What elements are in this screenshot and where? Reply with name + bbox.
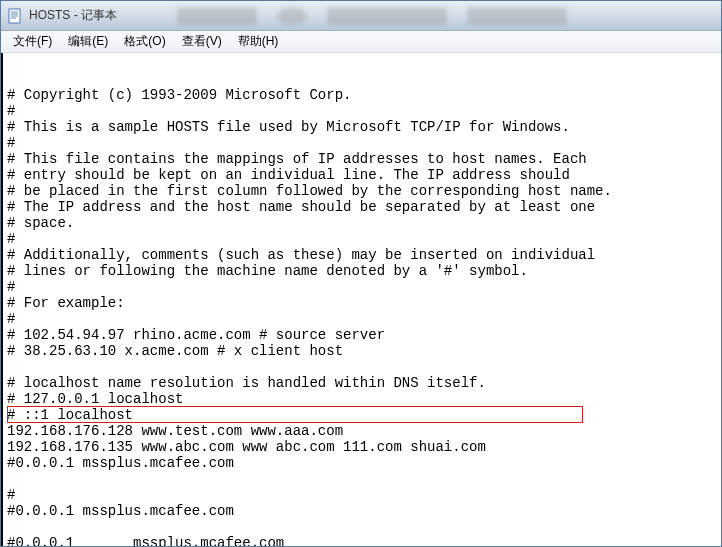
menu-view[interactable]: 查看(V) [174,31,230,52]
text-line: # [7,487,717,503]
text-line: # 102.54.94.97 rhino.acme.com # source s… [7,327,717,343]
text-line: 192.168.176.135 www.abc.com www abc.com … [7,439,717,455]
text-line [7,471,717,487]
titlebar[interactable]: HOSTS - 记事本 [1,1,721,31]
text-line [7,359,717,375]
text-line: # [7,135,717,151]
text-line: #0.0.0.1 mssplus.mcafee.com [7,535,717,546]
text-line: # 38.25.63.10 x.acme.com # x client host [7,343,717,359]
text-line: # This is a sample HOSTS file used by Mi… [7,119,717,135]
text-line: # 127.0.0.1 localhost [7,391,717,407]
text-line: #0.0.0.1 mssplus.mcafee.com [7,455,717,471]
text-line: # [7,103,717,119]
titlebar-background-blur [177,5,715,27]
text-line: # entry should be kept on an individual … [7,167,717,183]
text-line: # be placed in the first column followed… [7,183,717,199]
text-editor-content[interactable]: # Copyright (c) 1993-2009 Microsoft Corp… [1,53,721,546]
text-line: # ::1 localhost [7,407,717,423]
text-line: # [7,311,717,327]
menu-file[interactable]: 文件(F) [5,31,60,52]
notepad-window: HOSTS - 记事本 文件(F) 编辑(E) 格式(O) 查看(V) 帮助(H… [0,0,722,547]
text-line: 192.168.176.128 www.test.com www.aaa.com [7,423,717,439]
text-line: # [7,231,717,247]
text-line: # Additionally, comments (such as these)… [7,247,717,263]
text-line: # space. [7,215,717,231]
menu-help[interactable]: 帮助(H) [230,31,287,52]
menu-edit[interactable]: 编辑(E) [60,31,116,52]
text-line: # [7,279,717,295]
text-line: # Copyright (c) 1993-2009 Microsoft Corp… [7,87,717,103]
notepad-icon [7,8,23,24]
text-line: # For example: [7,295,717,311]
text-line: #0.0.0.1 mssplus.mcafee.com [7,503,717,519]
menu-format[interactable]: 格式(O) [116,31,173,52]
text-line: # lines or following the machine name de… [7,263,717,279]
menubar: 文件(F) 编辑(E) 格式(O) 查看(V) 帮助(H) [1,31,721,53]
text-line: # localhost name resolution is handled w… [7,375,717,391]
text-line: # The IP address and the host name shoul… [7,199,717,215]
text-line [7,519,717,535]
text-line: # This file contains the mappings of IP … [7,151,717,167]
window-title: HOSTS - 记事本 [29,7,117,24]
